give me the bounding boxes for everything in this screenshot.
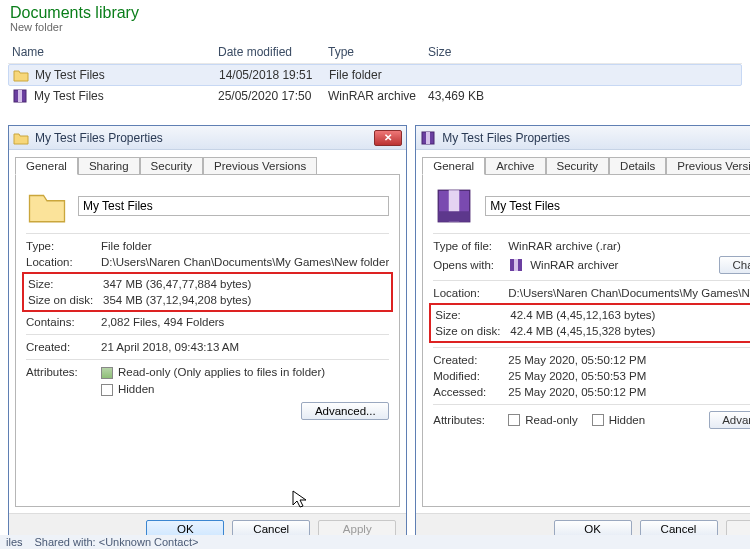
attributes-label: Attributes: <box>433 414 508 426</box>
advanced-button[interactable]: Advanced... <box>709 411 751 429</box>
file-row[interactable]: My Test Files 25/05/2020 17:50 WinRAR ar… <box>8 86 742 106</box>
size-value: 42.4 MB (4,45,12,163 bytes) <box>510 309 750 321</box>
accessed-value: 25 May 2020, 05:50:12 PM <box>508 386 750 398</box>
column-header-name[interactable]: Name <box>8 45 218 59</box>
column-header-size[interactable]: Size <box>428 45 508 59</box>
contains-label: Contains: <box>26 316 101 328</box>
file-name: My Test Files <box>34 89 104 103</box>
location-label: Location: <box>433 287 508 299</box>
file-type: File folder <box>329 68 429 82</box>
name-input[interactable] <box>78 196 389 216</box>
tab-security[interactable]: Security <box>140 157 204 175</box>
tab-security[interactable]: Security <box>546 157 610 175</box>
hidden-checkbox[interactable] <box>592 414 604 426</box>
footer-files: iles <box>6 536 23 548</box>
folder-icon <box>26 185 68 227</box>
tab-previous-versions[interactable]: Previous Versions <box>666 157 750 175</box>
column-header-type[interactable]: Type <box>328 45 428 59</box>
created-value: 25 May 2020, 05:50:12 PM <box>508 354 750 366</box>
tab-details[interactable]: Details <box>609 157 666 175</box>
size-on-disk-value: 42.4 MB (4,45,15,328 bytes) <box>510 325 750 337</box>
size-highlight: Size:347 MB (36,47,77,884 bytes) Size on… <box>22 272 393 312</box>
folder-icon <box>13 130 29 146</box>
type-of-file-value: WinRAR archive (.rar) <box>508 240 750 252</box>
tab-sharing[interactable]: Sharing <box>78 157 140 175</box>
archive-icon <box>12 88 28 104</box>
readonly-label: Read-only <box>525 414 577 426</box>
svg-rect-1 <box>18 90 22 102</box>
archive-icon <box>420 130 436 146</box>
modified-label: Modified: <box>433 370 508 382</box>
svg-rect-3 <box>426 132 430 144</box>
svg-rect-6 <box>439 211 471 222</box>
file-row[interactable]: My Test Files 14/05/2018 19:51 File fold… <box>8 64 742 86</box>
tab-general[interactable]: General <box>422 157 485 175</box>
type-of-file-label: Type of file: <box>433 240 508 252</box>
created-value: 21 April 2018, 09:43:13 AM <box>101 341 389 353</box>
properties-dialog-folder: My Test Files Properties ✕ General Shari… <box>8 125 407 545</box>
tab-previous-versions[interactable]: Previous Versions <box>203 157 317 175</box>
contains-value: 2,082 Files, 494 Folders <box>101 316 389 328</box>
modified-value: 25 May 2020, 05:50:53 PM <box>508 370 750 382</box>
file-list: Name Date modified Type Size My Test Fil… <box>8 41 742 106</box>
dialog-title: My Test Files Properties <box>35 131 368 145</box>
accessed-label: Accessed: <box>433 386 508 398</box>
file-name: My Test Files <box>35 68 105 82</box>
close-button[interactable]: ✕ <box>374 130 402 146</box>
library-title: Documents library <box>10 4 740 22</box>
opens-with-value: WinRAR archiver <box>530 259 618 271</box>
size-on-disk-value: 354 MB (37,12,94,208 bytes) <box>103 294 387 306</box>
file-date: 14/05/2018 19:51 <box>219 68 329 82</box>
change-button[interactable]: Change... <box>719 256 751 274</box>
size-highlight: Size:42.4 MB (4,45,12,163 bytes) Size on… <box>429 303 750 343</box>
tab-general[interactable]: General <box>15 157 78 175</box>
advanced-button[interactable]: Advanced... <box>301 402 389 420</box>
opens-with-label: Opens with: <box>433 259 508 271</box>
created-label: Created: <box>26 341 101 353</box>
type-value: File folder <box>101 240 389 252</box>
archive-icon <box>508 257 524 273</box>
location-value: D:\Users\Naren Chan\Documents\My Games\N… <box>101 256 389 268</box>
file-date: 25/05/2020 17:50 <box>218 89 328 103</box>
size-on-disk-label: Size on disk: <box>28 294 103 306</box>
type-label: Type: <box>26 240 101 252</box>
readonly-checkbox[interactable] <box>508 414 520 426</box>
properties-dialog-archive: My Test Files Properties ✕ General Archi… <box>415 125 750 545</box>
hidden-label: Hidden <box>118 383 154 395</box>
archive-icon <box>433 185 475 227</box>
created-label: Created: <box>433 354 508 366</box>
svg-rect-8 <box>514 259 518 271</box>
library-subtitle: New folder <box>10 21 740 33</box>
folder-icon <box>13 67 29 83</box>
location-label: Location: <box>26 256 101 268</box>
name-input[interactable] <box>485 196 750 216</box>
file-type: WinRAR archive <box>328 89 428 103</box>
file-size: 43,469 KB <box>428 89 508 103</box>
location-value: D:\Users\Naren Chan\Documents\My Games\N… <box>508 287 750 299</box>
size-label: Size: <box>435 309 510 321</box>
tab-archive[interactable]: Archive <box>485 157 545 175</box>
hidden-label: Hidden <box>609 414 645 426</box>
readonly-label: Read-only (Only applies to files in fold… <box>118 366 325 378</box>
size-on-disk-label: Size on disk: <box>435 325 510 337</box>
column-header-date[interactable]: Date modified <box>218 45 328 59</box>
readonly-checkbox[interactable] <box>101 367 113 379</box>
attributes-label: Attributes: <box>26 366 101 378</box>
size-label: Size: <box>28 278 103 290</box>
size-value: 347 MB (36,47,77,884 bytes) <box>103 278 387 290</box>
footer-shared-with: Shared with: <Unknown Contact> <box>35 536 199 548</box>
hidden-checkbox[interactable] <box>101 384 113 396</box>
dialog-title: My Test Files Properties <box>442 131 750 145</box>
